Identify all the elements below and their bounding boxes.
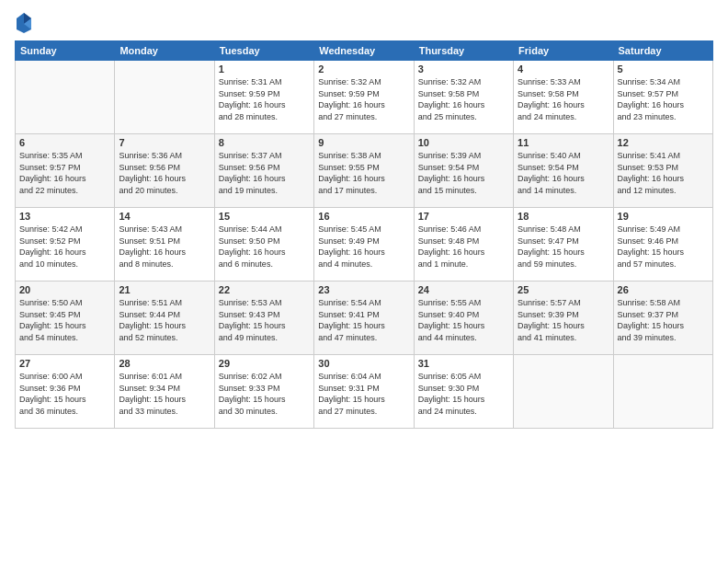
header-thursday: Thursday	[414, 41, 513, 61]
day-number: 18	[518, 211, 609, 222]
calendar-cell: 28Sunrise: 6:01 AM Sunset: 9:34 PM Dayli…	[115, 355, 214, 429]
calendar-cell: 29Sunrise: 6:02 AM Sunset: 9:33 PM Dayli…	[214, 355, 313, 429]
calendar-cell: 11Sunrise: 5:40 AM Sunset: 9:54 PM Dayli…	[514, 134, 613, 208]
calendar-cell: 20Sunrise: 5:50 AM Sunset: 9:45 PM Dayli…	[16, 282, 115, 355]
day-number: 28	[119, 358, 210, 369]
calendar-cell: 18Sunrise: 5:48 AM Sunset: 9:47 PM Dayli…	[514, 208, 613, 282]
day-number: 5	[618, 63, 709, 75]
day-number: 13	[19, 211, 110, 222]
calendar-cell: 8Sunrise: 5:37 AM Sunset: 9:56 PM Daylig…	[214, 134, 313, 208]
day-number: 1	[219, 63, 310, 75]
day-info: Sunrise: 6:00 AM Sunset: 9:36 PM Dayligh…	[19, 371, 110, 417]
calendar-cell: 10Sunrise: 5:39 AM Sunset: 9:54 PM Dayli…	[414, 134, 513, 208]
calendar-cell: 17Sunrise: 5:46 AM Sunset: 9:48 PM Dayli…	[414, 208, 513, 282]
day-info: Sunrise: 5:33 AM Sunset: 9:58 PM Dayligh…	[518, 76, 609, 122]
header-friday: Friday	[514, 41, 613, 61]
day-info: Sunrise: 6:02 AM Sunset: 9:33 PM Dayligh…	[219, 371, 310, 417]
calendar-page: SundayMondayTuesdayWednesdayThursdayFrid…	[0, 0, 728, 563]
day-info: Sunrise: 5:44 AM Sunset: 9:50 PM Dayligh…	[219, 224, 310, 270]
calendar-cell: 26Sunrise: 5:58 AM Sunset: 9:37 PM Dayli…	[613, 282, 712, 355]
day-number: 16	[318, 211, 409, 222]
calendar-week-row: 27Sunrise: 6:00 AM Sunset: 9:36 PM Dayli…	[16, 355, 713, 429]
day-info: Sunrise: 5:41 AM Sunset: 9:53 PM Dayligh…	[618, 150, 709, 196]
calendar-cell: 21Sunrise: 5:51 AM Sunset: 9:44 PM Dayli…	[115, 282, 214, 355]
calendar-cell: 3Sunrise: 5:32 AM Sunset: 9:58 PM Daylig…	[414, 61, 513, 134]
calendar-cell	[613, 355, 712, 429]
day-info: Sunrise: 6:04 AM Sunset: 9:31 PM Dayligh…	[318, 371, 409, 417]
day-number: 11	[518, 137, 609, 148]
day-info: Sunrise: 5:49 AM Sunset: 9:46 PM Dayligh…	[618, 224, 709, 270]
day-number: 20	[19, 284, 110, 295]
day-number: 4	[518, 63, 609, 75]
day-info: Sunrise: 5:46 AM Sunset: 9:48 PM Dayligh…	[418, 224, 509, 270]
header-wednesday: Wednesday	[314, 41, 414, 61]
header	[15, 11, 713, 33]
day-number: 24	[418, 284, 509, 295]
calendar-cell: 7Sunrise: 5:36 AM Sunset: 9:56 PM Daylig…	[115, 134, 214, 208]
day-info: Sunrise: 5:32 AM Sunset: 9:58 PM Dayligh…	[418, 76, 509, 122]
calendar-cell: 14Sunrise: 5:43 AM Sunset: 9:51 PM Dayli…	[115, 208, 214, 282]
day-number: 9	[318, 137, 409, 148]
calendar-cell: 27Sunrise: 6:00 AM Sunset: 9:36 PM Dayli…	[16, 355, 115, 429]
day-number: 21	[119, 284, 210, 295]
calendar-cell: 5Sunrise: 5:34 AM Sunset: 9:57 PM Daylig…	[613, 61, 712, 134]
day-info: Sunrise: 5:43 AM Sunset: 9:51 PM Dayligh…	[119, 224, 210, 270]
day-number: 6	[19, 137, 110, 148]
calendar-cell: 24Sunrise: 5:55 AM Sunset: 9:40 PM Dayli…	[414, 282, 513, 355]
calendar-cell: 15Sunrise: 5:44 AM Sunset: 9:50 PM Dayli…	[214, 208, 313, 282]
day-info: Sunrise: 5:55 AM Sunset: 9:40 PM Dayligh…	[418, 297, 509, 343]
day-info: Sunrise: 5:40 AM Sunset: 9:54 PM Dayligh…	[518, 150, 609, 196]
day-number: 12	[618, 137, 709, 148]
day-number: 27	[19, 358, 110, 369]
day-info: Sunrise: 6:01 AM Sunset: 9:34 PM Dayligh…	[119, 371, 210, 417]
day-info: Sunrise: 5:50 AM Sunset: 9:45 PM Dayligh…	[19, 297, 110, 343]
day-info: Sunrise: 5:53 AM Sunset: 9:43 PM Dayligh…	[219, 297, 310, 343]
day-number: 22	[219, 284, 310, 295]
calendar-week-row: 13Sunrise: 5:42 AM Sunset: 9:52 PM Dayli…	[16, 208, 713, 282]
day-number: 7	[119, 137, 210, 148]
calendar-cell: 9Sunrise: 5:38 AM Sunset: 9:55 PM Daylig…	[314, 134, 414, 208]
calendar-cell: 19Sunrise: 5:49 AM Sunset: 9:46 PM Dayli…	[613, 208, 712, 282]
calendar-week-row: 6Sunrise: 5:35 AM Sunset: 9:57 PM Daylig…	[16, 134, 713, 208]
day-info: Sunrise: 5:42 AM Sunset: 9:52 PM Dayligh…	[19, 224, 110, 270]
header-tuesday: Tuesday	[214, 41, 313, 61]
day-number: 31	[418, 358, 509, 369]
day-number: 26	[618, 284, 709, 295]
calendar-cell	[514, 355, 613, 429]
day-info: Sunrise: 5:58 AM Sunset: 9:37 PM Dayligh…	[618, 297, 709, 343]
calendar-cell: 22Sunrise: 5:53 AM Sunset: 9:43 PM Dayli…	[214, 282, 313, 355]
day-number: 25	[518, 284, 609, 295]
calendar-cell: 16Sunrise: 5:45 AM Sunset: 9:49 PM Dayli…	[314, 208, 414, 282]
calendar-cell: 6Sunrise: 5:35 AM Sunset: 9:57 PM Daylig…	[16, 134, 115, 208]
day-info: Sunrise: 5:54 AM Sunset: 9:41 PM Dayligh…	[318, 297, 409, 343]
day-info: Sunrise: 5:48 AM Sunset: 9:47 PM Dayligh…	[518, 224, 609, 270]
calendar-cell: 13Sunrise: 5:42 AM Sunset: 9:52 PM Dayli…	[16, 208, 115, 282]
day-info: Sunrise: 5:38 AM Sunset: 9:55 PM Dayligh…	[318, 150, 409, 196]
day-info: Sunrise: 5:51 AM Sunset: 9:44 PM Dayligh…	[119, 297, 210, 343]
logo-icon	[15, 11, 33, 33]
day-info: Sunrise: 5:37 AM Sunset: 9:56 PM Dayligh…	[219, 150, 310, 196]
day-number: 3	[418, 63, 509, 75]
day-info: Sunrise: 5:39 AM Sunset: 9:54 PM Dayligh…	[418, 150, 509, 196]
calendar-cell: 1Sunrise: 5:31 AM Sunset: 9:59 PM Daylig…	[214, 61, 313, 134]
day-info: Sunrise: 5:57 AM Sunset: 9:39 PM Dayligh…	[518, 297, 609, 343]
day-number: 10	[418, 137, 509, 148]
day-number: 17	[418, 211, 509, 222]
day-info: Sunrise: 5:31 AM Sunset: 9:59 PM Dayligh…	[219, 76, 310, 122]
calendar-header-row: SundayMondayTuesdayWednesdayThursdayFrid…	[16, 41, 713, 61]
day-info: Sunrise: 5:34 AM Sunset: 9:57 PM Dayligh…	[618, 76, 709, 122]
calendar-cell: 30Sunrise: 6:04 AM Sunset: 9:31 PM Dayli…	[314, 355, 414, 429]
calendar-cell	[16, 61, 115, 134]
day-number: 2	[318, 63, 409, 75]
header-saturday: Saturday	[613, 41, 712, 61]
calendar-table: SundayMondayTuesdayWednesdayThursdayFrid…	[15, 40, 713, 429]
calendar-cell: 31Sunrise: 6:05 AM Sunset: 9:30 PM Dayli…	[414, 355, 513, 429]
calendar-week-row: 1Sunrise: 5:31 AM Sunset: 9:59 PM Daylig…	[16, 61, 713, 134]
calendar-cell: 12Sunrise: 5:41 AM Sunset: 9:53 PM Dayli…	[613, 134, 712, 208]
day-number: 15	[219, 211, 310, 222]
header-sunday: Sunday	[16, 41, 115, 61]
calendar-cell	[115, 61, 214, 134]
day-number: 19	[618, 211, 709, 222]
day-info: Sunrise: 5:35 AM Sunset: 9:57 PM Dayligh…	[19, 150, 110, 196]
calendar-cell: 4Sunrise: 5:33 AM Sunset: 9:58 PM Daylig…	[514, 61, 613, 134]
